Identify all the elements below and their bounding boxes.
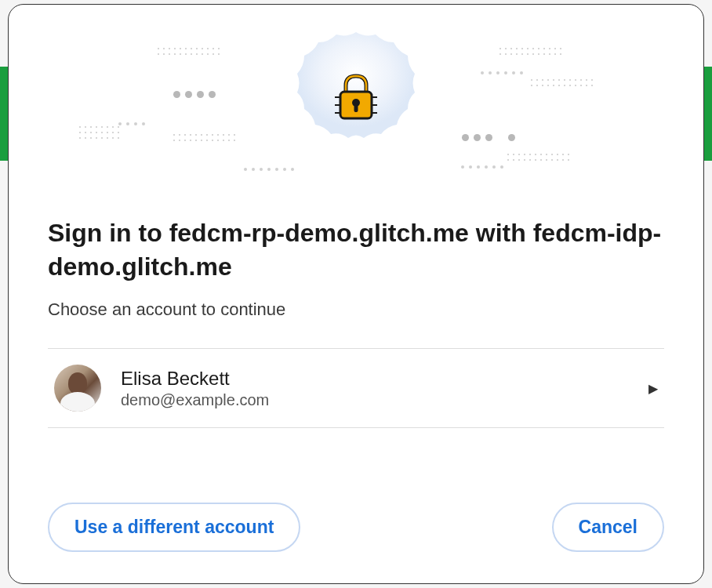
decorative-dots [531,79,594,87]
hero-illustration [9,5,703,193]
account-email: demo@example.com [121,391,629,409]
decorative-dots [158,48,220,56]
account-option[interactable]: Elisa Beckett demo@example.com ▶ [48,348,664,428]
decorative-dots [118,122,145,125]
decorative-dots [481,71,523,74]
button-row: Use a different account Cancel [48,463,664,552]
decorative-dots [79,126,120,140]
chevron-right-icon: ▶ [648,381,658,396]
decorative-dots [499,48,562,56]
decorative-dots [461,165,503,169]
dialog-title: Sign in to fedcm-rp-demo.glitch.me with … [48,216,664,284]
dialog-subtitle: Choose an account to continue [48,299,664,320]
decorative-dots [173,134,236,142]
security-badge [278,20,434,177]
dialog-content: Sign in to fedcm-rp-demo.glitch.me with … [9,193,703,583]
use-different-account-button[interactable]: Use a different account [48,503,300,552]
decorative-dots [507,154,570,162]
sign-in-dialog: Sign in to fedcm-rp-demo.glitch.me with … [8,4,704,584]
cancel-button[interactable]: Cancel [552,503,664,552]
decorative-dots [462,134,515,141]
svg-rect-2 [354,104,358,112]
account-info: Elisa Beckett demo@example.com [121,368,629,409]
decorative-dots [173,91,216,98]
avatar [54,365,101,412]
account-name: Elisa Beckett [121,368,629,390]
lock-icon [329,70,383,128]
